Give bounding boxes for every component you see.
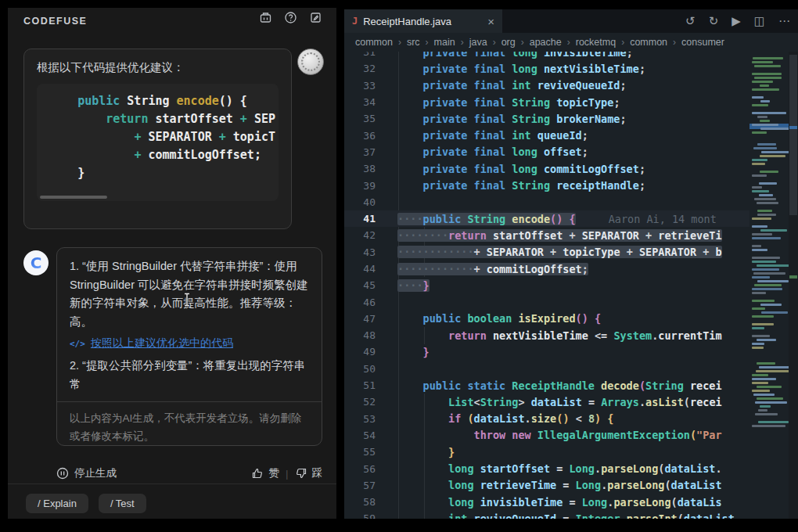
code-line-43[interactable]: 43············+ SEPARATOR + topicType + … bbox=[344, 244, 798, 261]
split-editor-icon[interactable]: ◫ bbox=[754, 16, 765, 27]
code-line-38[interactable]: 38 private final long commitLogOffset; bbox=[344, 160, 798, 177]
scrollbar-thumb[interactable] bbox=[789, 55, 797, 215]
dislike-label: 踩 bbox=[312, 466, 323, 480]
minimap-line bbox=[752, 249, 767, 251]
minimap-line bbox=[752, 390, 770, 392]
minimap-line bbox=[755, 401, 787, 404]
code-line-40[interactable]: 40 bbox=[344, 194, 798, 210]
minimap-line bbox=[753, 57, 784, 59]
code-line-33[interactable]: 33 private final int reviveQueueId; bbox=[344, 77, 798, 94]
code-line-52[interactable]: 52 List<String> dataList = Arrays.asList… bbox=[344, 394, 798, 410]
tab-receipthandle-java[interactable]: J ReceiptHandle.java × bbox=[344, 9, 502, 33]
code-line-42[interactable]: 42········return startOffset + SEPARATOR… bbox=[344, 227, 798, 243]
minimap-line bbox=[757, 339, 777, 341]
history-icon[interactable] bbox=[259, 11, 272, 24]
breadcrumb-item-java[interactable]: java bbox=[469, 37, 487, 48]
breadcrumb-item-rocketmq[interactable]: rocketmq bbox=[576, 37, 616, 48]
code-line-32[interactable]: 32 private final long nextVisibleTime; bbox=[344, 60, 798, 77]
like-button[interactable]: 赞 bbox=[251, 466, 279, 480]
code-line-51[interactable]: 51 public static ReceiptHandle decode(St… bbox=[344, 377, 798, 394]
code-line-50[interactable]: 50 bbox=[344, 361, 798, 377]
code-line-53[interactable]: 53 if (dataList.size() < 8) { bbox=[344, 411, 798, 427]
minimap-line bbox=[754, 198, 776, 200]
minimap-line bbox=[752, 73, 782, 75]
minimap-line bbox=[752, 112, 786, 114]
code-text: long retrieveTime = Long.parseLong(dataL… bbox=[397, 479, 722, 491]
breadcrumb-item-apache[interactable]: apache bbox=[530, 37, 562, 48]
user-code-block[interactable]: public String encode() { return startOff… bbox=[37, 84, 279, 201]
code-line-58[interactable]: 58 long invisibleTime = Long.parseLong(d… bbox=[344, 494, 798, 510]
code-line-37[interactable]: 37 private final long offset; bbox=[344, 144, 798, 160]
editor-actions: ↺↻▶◫⋯ bbox=[685, 9, 790, 33]
tab-close-icon[interactable]: × bbox=[487, 15, 494, 28]
selection-highlight: ····} bbox=[397, 279, 430, 292]
code-line-56[interactable]: 56 long startOffset = Long.parseLong(dat… bbox=[344, 460, 798, 476]
minimap-line bbox=[752, 268, 779, 271]
code-viewport[interactable]: 31 private final long invisibleTime;32 p… bbox=[344, 52, 798, 519]
line-number: 55 bbox=[344, 446, 376, 458]
code-line-31[interactable]: 31 private final long invisibleTime; bbox=[344, 52, 798, 60]
minimap-line bbox=[759, 194, 773, 196]
horizontal-scrollbar[interactable] bbox=[40, 196, 107, 199]
minimap[interactable] bbox=[749, 52, 789, 519]
breadcrumb-item-main[interactable]: main bbox=[434, 37, 455, 48]
breadcrumb-item-common[interactable]: common bbox=[630, 37, 667, 48]
breadcrumb-item-consumer[interactable]: consumer bbox=[681, 37, 724, 48]
apply-suggestion-link[interactable]: </> 按照以上建议优化选中的代码 bbox=[70, 336, 309, 350]
redo-icon[interactable]: ↻ bbox=[709, 16, 719, 27]
quick-action-test[interactable]: / Test bbox=[99, 494, 146, 513]
selection-highlight: ············+ commitLogOffset; bbox=[397, 263, 588, 275]
minimap-line bbox=[752, 374, 768, 376]
help-icon[interactable] bbox=[284, 11, 297, 24]
code-line-41[interactable]: 41····public String encode() {Aaron Ai, … bbox=[344, 210, 798, 227]
minimap-line bbox=[752, 335, 770, 337]
code-text: ············+ SEPARATOR + topicType + SE… bbox=[397, 246, 722, 258]
minimap-line bbox=[757, 362, 775, 365]
minimap-line bbox=[752, 300, 775, 302]
minimap-line bbox=[758, 421, 789, 423]
panel-title: CODEFUSE bbox=[23, 16, 87, 27]
line-number: 56 bbox=[344, 463, 376, 475]
vertical-scrollbar[interactable] bbox=[789, 52, 798, 519]
code-line-46[interactable]: 46 bbox=[344, 293, 798, 310]
undo-icon[interactable]: ↺ bbox=[685, 16, 696, 27]
code-text: throw new IllegalArgumentException("Par bbox=[397, 429, 722, 441]
code-line-47[interactable]: 47 public boolean isExpired() { bbox=[344, 311, 798, 327]
selection-highlight: ············+ SEPARATOR + topicType + SE… bbox=[397, 246, 722, 258]
code-line-54[interactable]: 54 throw new IllegalArgumentException("P… bbox=[344, 427, 798, 444]
minimap-line bbox=[754, 65, 782, 67]
chat-code-line: return startOffset + SEP bbox=[49, 110, 279, 128]
quick-action-explain[interactable]: / Explain bbox=[26, 494, 88, 513]
code-text: private final String receiptHandle; bbox=[397, 179, 645, 192]
code-text: private final long offset; bbox=[397, 146, 588, 158]
code-line-48[interactable]: 48 return nextVisibleTime <= System.curr… bbox=[344, 327, 798, 343]
more-actions-icon[interactable]: ⋯ bbox=[778, 16, 790, 27]
minimap-line bbox=[752, 159, 767, 161]
code-line-49[interactable]: 49 } bbox=[344, 343, 798, 360]
screen: CODEFUSE 根据以下代码提供优化建议： public String enc… bbox=[0, 0, 798, 532]
code-line-35[interactable]: 35 private final String brokerName; bbox=[344, 110, 798, 127]
code-line-45[interactable]: 45····} bbox=[344, 277, 798, 293]
code-line-55[interactable]: 55 } bbox=[344, 444, 798, 460]
run-icon[interactable]: ▶ bbox=[732, 16, 741, 27]
line-number: 57 bbox=[344, 480, 376, 491]
code-line-39[interactable]: 39 private final String receiptHandle; bbox=[344, 177, 798, 193]
line-number: 44 bbox=[344, 263, 376, 275]
user-prompt-text: 根据以下代码提供优化建议： bbox=[37, 59, 279, 75]
line-number: 31 bbox=[344, 52, 376, 58]
breadcrumb-item-common[interactable]: common bbox=[355, 37, 393, 48]
dislike-button[interactable]: 踩 bbox=[295, 466, 323, 480]
minimap-line bbox=[757, 202, 778, 204]
line-number: 37 bbox=[344, 146, 376, 158]
code-line-57[interactable]: 57 long retrieveTime = Long.parseLong(da… bbox=[344, 477, 798, 494]
stop-generating-button[interactable]: 停止生成 bbox=[56, 466, 117, 480]
code-line-36[interactable]: 36 private final int queueId; bbox=[344, 127, 798, 143]
breadcrumb-item-org[interactable]: org bbox=[501, 37, 516, 48]
breadcrumb-item-src[interactable]: src bbox=[407, 37, 420, 48]
code-line-59[interactable]: 59 int reviveQueueId = Integer.parseInt(… bbox=[344, 510, 798, 519]
overview-ruler-mark bbox=[789, 126, 797, 129]
tab-filename: ReceiptHandle.java bbox=[363, 16, 451, 27]
code-line-44[interactable]: 44············+ commitLogOffset; bbox=[344, 261, 798, 277]
new-session-icon[interactable] bbox=[309, 11, 322, 24]
code-line-34[interactable]: 34 private final String topicType; bbox=[344, 94, 798, 110]
